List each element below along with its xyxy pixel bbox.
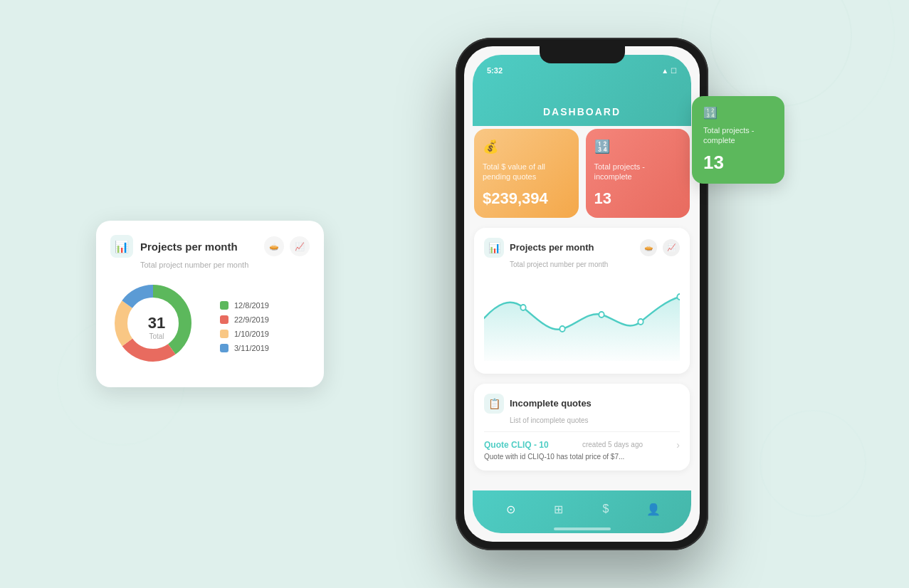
chart-title-group: 📊 Projects per month (484, 238, 594, 258)
screen-content-scroll[interactable]: 💰 Total $ value of all pending quotes $2… (464, 117, 700, 499)
home-indicator (554, 527, 611, 530)
legend-label-4: 3/11/2019 (234, 344, 269, 352)
legend-dot-2 (220, 315, 228, 324)
legend-dot-4 (220, 344, 228, 352)
pending-quotes-card[interactable]: 💰 Total $ value of all pending quotes $2… (474, 129, 579, 218)
legend-item-1: 12/8/2019 (220, 301, 269, 310)
pending-quotes-icon: 💰 (483, 139, 570, 154)
pending-quotes-label: Total $ value of all pending quotes (483, 162, 570, 182)
quotes-subtitle: List of incomplete quotes (510, 416, 680, 424)
home-icon: ⊙ (502, 500, 519, 518)
phone-mockup: 5:32 ▲ ☐ DASHBOARD 💰 Total $ value of al… (456, 38, 708, 550)
floating-card-title-group: 📊 Projects per month (110, 235, 238, 258)
svg-point-8 (677, 294, 680, 300)
legend-item-4: 3/11/2019 (220, 344, 269, 352)
phone-frame: 5:32 ▲ ☐ DASHBOARD 💰 Total $ value of al… (456, 38, 708, 550)
legend-label-1: 12/8/2019 (234, 301, 269, 310)
chart-section-header: 📊 Projects per month 🥧 📈 (484, 238, 680, 258)
floating-card-title: Projects per month (140, 241, 238, 253)
quote-date: created 5 days ago (582, 441, 643, 448)
quote-arrow-icon[interactable]: › (676, 439, 680, 451)
quote-row: Quote CLIQ - 10 created 5 days ago › (484, 439, 680, 451)
incomplete-projects-value: 13 (594, 189, 682, 208)
phone-notch (540, 46, 625, 63)
legend-label-2: 22/9/2019 (234, 315, 269, 324)
quote-item[interactable]: Quote CLIQ - 10 created 5 days ago › Quo… (484, 431, 680, 461)
phone-screen: 5:32 ▲ ☐ DASHBOARD 💰 Total $ value of al… (464, 46, 700, 542)
chart-section-title: Projects per month (510, 242, 594, 253)
pending-quotes-value: $239,394 (483, 189, 570, 208)
grid-icon: ⊞ (550, 500, 567, 518)
quotes-section-icon: 📋 (484, 394, 504, 414)
chart-line-button[interactable]: 📈 (663, 239, 680, 256)
floating-projects-card: 📊 Projects per month 🥧 📈 Total project n… (96, 221, 324, 387)
stat-cards-row: 💰 Total $ value of all pending quotes $2… (474, 129, 690, 218)
bottom-navigation: ⊙ ⊞ $ 👤 (473, 490, 691, 533)
svg-point-7 (638, 319, 643, 325)
line-chart-svg (484, 275, 680, 361)
floating-card-controls: 🥧 📈 (264, 236, 310, 256)
complete-card-label: Total projects - complete (703, 125, 773, 146)
floating-complete-card: 🔢 Total projects - complete 13 (692, 96, 784, 184)
svg-point-4 (520, 305, 525, 310)
pie-chart-button[interactable]: 🥧 (264, 236, 284, 256)
incomplete-projects-label: Total projects - incomplete (594, 162, 682, 182)
app-header: 5:32 ▲ ☐ DASHBOARD (473, 55, 691, 126)
quotes-title-group: 📋 Incomplete quotes (484, 394, 592, 414)
nav-profile[interactable]: 👤 (645, 500, 662, 518)
chart-pie-button[interactable]: 🥧 (640, 239, 657, 256)
quotes-section: 📋 Incomplete quotes List of incomplete q… (474, 384, 690, 471)
svg-point-5 (559, 326, 564, 332)
donut-chart: 31 Total (110, 280, 203, 373)
chart-subtitle: Total project number per month (510, 261, 680, 268)
quote-id: Quote CLIQ - 10 (484, 440, 549, 450)
app-title: DASHBOARD (543, 106, 621, 117)
incomplete-projects-card[interactable]: 🔢 Total projects - incomplete 13 (586, 129, 690, 218)
nav-grid[interactable]: ⊞ (550, 500, 567, 518)
svg-point-6 (599, 312, 604, 317)
status-icons: ▲ ☐ (661, 67, 677, 75)
nav-finance[interactable]: $ (597, 500, 614, 518)
donut-total-label: Total (148, 332, 165, 340)
legend-item-3: 1/10/2019 (220, 330, 269, 338)
nav-home[interactable]: ⊙ (502, 500, 519, 518)
line-chart-button[interactable]: 📈 (290, 236, 310, 256)
projects-chart-section: 📊 Projects per month 🥧 📈 Total project n… (474, 228, 690, 374)
legend-dot-3 (220, 330, 228, 338)
status-time: 5:32 (487, 66, 503, 75)
quotes-section-header: 📋 Incomplete quotes (484, 394, 680, 414)
floating-card-header: 📊 Projects per month 🥧 📈 (110, 235, 310, 258)
finance-icon: $ (597, 500, 614, 518)
donut-center: 31 Total (148, 314, 165, 340)
floating-card-subtitle: Total project number per month (140, 261, 310, 269)
incomplete-projects-icon: 🔢 (594, 139, 682, 154)
floating-chart-icon: 📊 (110, 235, 133, 258)
chart-section-icon: 📊 (484, 238, 504, 258)
legend-dot-1 (220, 301, 228, 310)
profile-icon: 👤 (645, 500, 662, 518)
complete-card-value: 13 (703, 152, 773, 174)
legend-label-3: 1/10/2019 (234, 330, 269, 338)
quotes-section-title: Incomplete quotes (510, 398, 592, 409)
donut-area: 31 Total 12/8/2019 22/9/2019 1/10/2019 3… (110, 280, 310, 373)
complete-card-icon: 🔢 (703, 106, 773, 120)
legend-item-2: 22/9/2019 (220, 315, 269, 324)
chart-legend: 12/8/2019 22/9/2019 1/10/2019 3/11/2019 (220, 301, 269, 352)
donut-total-number: 31 (148, 314, 165, 332)
quote-description: Quote with id CLIQ-10 has total price of… (484, 453, 680, 461)
chart-controls: 🥧 📈 (640, 239, 680, 256)
